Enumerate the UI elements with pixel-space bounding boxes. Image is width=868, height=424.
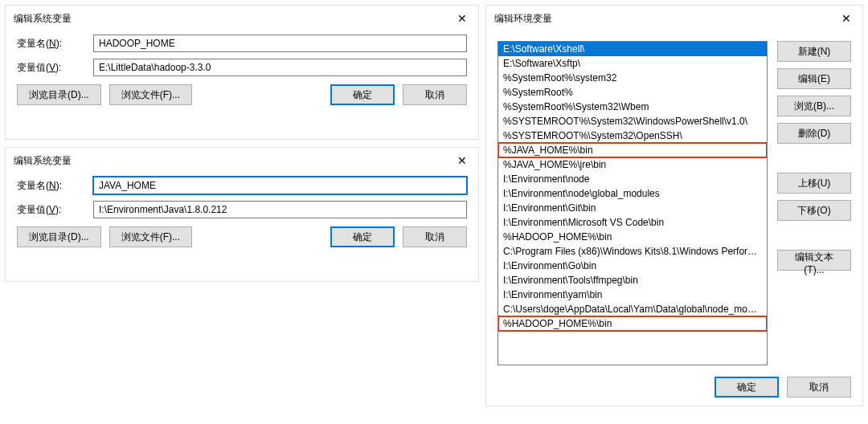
variable-value-label: 变量值(V): (17, 203, 93, 217)
cancel-button[interactable]: 取消 (403, 84, 467, 105)
browse-file-button[interactable]: 浏览文件(F)... (109, 226, 192, 247)
list-item[interactable]: I:\Environment\node\global_modules (498, 186, 767, 201)
title-bar: 编辑系统变量 ✕ (6, 6, 478, 35)
list-item[interactable]: I:\Environment\Tools\ffmpeg\bin (498, 273, 767, 287)
variable-value-label: 变量值(V): (17, 61, 93, 75)
dialog-title: 编辑环境变量 (494, 12, 552, 26)
variable-value-input[interactable] (93, 201, 467, 218)
list-item[interactable]: E:\Software\Xshell\ (498, 42, 767, 56)
list-item[interactable]: %SystemRoot%\System32\Wbem (498, 100, 767, 114)
list-item[interactable]: %SYSTEMROOT%\System32\WindowsPowerShell\… (498, 114, 767, 128)
delete-button[interactable]: 删除(D) (777, 123, 851, 144)
variable-name-label: 变量名(N): (17, 37, 93, 51)
list-item[interactable]: %SYSTEMROOT%\System32\OpenSSH\ (498, 128, 767, 143)
list-item[interactable]: I:\Environment\yarn\bin (498, 287, 767, 302)
browse-file-button[interactable]: 浏览文件(F)... (109, 84, 192, 105)
variable-name-input[interactable] (93, 35, 467, 52)
ok-button[interactable]: 确定 (330, 84, 395, 105)
dialog-title: 编辑系统变量 (14, 154, 72, 168)
edit-system-variable-dialog-2: 编辑系统变量 ✕ 变量名(N): 变量值(V): 浏览目录(D)... 浏览文件… (5, 147, 479, 282)
list-item[interactable]: I:\Environment\Go\bin (498, 259, 767, 273)
edit-text-button[interactable]: 编辑文本(T)... (777, 250, 851, 271)
ok-button[interactable]: 确定 (714, 377, 779, 398)
variable-name-label: 变量名(N): (17, 179, 93, 193)
edit-environment-variable-dialog: 编辑环境变量 ✕ E:\Software\Xshell\E:\Software\… (485, 5, 863, 406)
list-item[interactable]: E:\Software\Xsftp\ (498, 56, 767, 71)
list-item[interactable]: %SystemRoot%\system32 (498, 71, 767, 85)
list-item[interactable]: C:\Program Files (x86)\Windows Kits\8.1\… (498, 244, 767, 259)
title-bar: 编辑环境变量 ✕ (486, 6, 862, 35)
list-item[interactable]: I:\Environment\Git\bin (498, 201, 767, 215)
list-item[interactable]: %HADOOP_HOME%\bin (498, 230, 767, 244)
browse-directory-button[interactable]: 浏览目录(D)... (17, 84, 101, 105)
move-up-button[interactable]: 上移(U) (777, 173, 851, 194)
cancel-button[interactable]: 取消 (787, 377, 851, 398)
move-down-button[interactable]: 下移(O) (777, 200, 851, 221)
browse-directory-button[interactable]: 浏览目录(D)... (17, 226, 101, 247)
list-item[interactable]: C:\Users\doge\AppData\Local\Yarn\Data\gl… (498, 302, 767, 316)
dialog-title: 编辑系统变量 (14, 12, 72, 26)
close-icon[interactable]: ✕ (452, 10, 472, 26)
new-button[interactable]: 新建(N) (777, 41, 851, 62)
path-list[interactable]: E:\Software\Xshell\E:\Software\Xsftp\%Sy… (497, 41, 768, 365)
close-icon[interactable]: ✕ (452, 153, 472, 169)
list-item[interactable]: %HADOOP_HOME%\bin (498, 316, 767, 331)
list-item[interactable]: %SystemRoot% (498, 85, 767, 100)
close-icon[interactable]: ✕ (837, 10, 856, 26)
list-item[interactable]: %JAVA_HOME%\jre\bin (498, 157, 767, 172)
ok-button[interactable]: 确定 (330, 226, 395, 247)
list-item[interactable]: I:\Environment\node (498, 172, 767, 186)
browse-button[interactable]: 浏览(B)... (777, 96, 851, 116)
list-item[interactable]: %JAVA_HOME%\bin (498, 143, 767, 157)
edit-button[interactable]: 编辑(E) (777, 68, 851, 89)
title-bar: 编辑系统变量 ✕ (6, 148, 478, 177)
list-item[interactable]: I:\Environment\Microsoft VS Code\bin (498, 215, 767, 230)
cancel-button[interactable]: 取消 (403, 226, 467, 247)
variable-name-input[interactable] (93, 177, 467, 194)
edit-system-variable-dialog-1: 编辑系统变量 ✕ 变量名(N): 变量值(V): 浏览目录(D)... 浏览文件… (5, 5, 479, 140)
variable-value-input[interactable] (93, 59, 467, 76)
